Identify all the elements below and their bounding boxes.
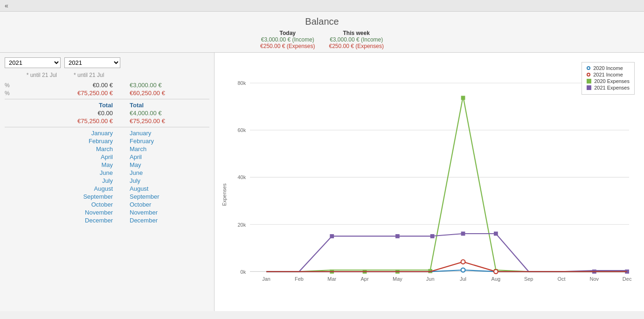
month-left-march[interactable]: March <box>14 146 117 153</box>
sidebar: 202120202019 202120202019 * until 21 Jul… <box>0 53 215 311</box>
month-right-december[interactable]: December <box>126 217 158 224</box>
x-jul: Jul <box>460 276 466 282</box>
x-dec: Dec <box>623 276 632 282</box>
pct-income: % <box>5 82 14 89</box>
x-may: May <box>393 276 402 282</box>
legend-2021-expenses: 2021 Expenses <box>587 85 630 90</box>
month-right-april[interactable]: April <box>126 153 142 160</box>
total-expense-left: €75,250.00 € <box>14 118 117 125</box>
income-left: €0.00 € <box>14 82 117 89</box>
month-row: December December <box>0 216 214 224</box>
month-right-august[interactable]: August <box>126 185 148 192</box>
month-left-december[interactable]: December <box>14 217 117 224</box>
month-row: March March <box>0 145 214 153</box>
total-label-row: Total Total <box>0 101 214 109</box>
line-chart: Expenses 0k 20k 40k 60k 80k Jan Feb Mar <box>219 57 639 306</box>
expense-right: €60,250.00 € <box>126 90 165 97</box>
month-row: August August <box>0 185 214 193</box>
month-row: June June <box>0 169 214 177</box>
topbar: « <box>0 0 644 12</box>
month-left-october[interactable]: October <box>14 201 117 208</box>
month-row: October October <box>0 201 214 208</box>
legend-label-2020-income: 2020 Income <box>593 65 623 71</box>
y-label-60k: 60k <box>237 127 246 133</box>
month-left-september[interactable]: September <box>14 193 117 200</box>
x-jan: Jan <box>262 276 270 282</box>
month-left-june[interactable]: June <box>14 169 117 176</box>
2021-exp-mar-dot <box>330 234 334 238</box>
total-expense-row: €75,250.00 € €75,250.00 € <box>0 117 214 125</box>
x-nov: Nov <box>590 276 599 282</box>
income-right: €3,000.00 € <box>126 82 162 89</box>
year-select-right[interactable]: 202120202019 <box>64 57 120 68</box>
month-left-july[interactable]: July <box>14 177 117 184</box>
month-row: September September <box>0 193 214 201</box>
month-right-september[interactable]: September <box>126 193 159 200</box>
2021-exp-aug-dot <box>494 232 498 236</box>
2021-exp-may-dot <box>395 234 400 238</box>
month-right-may[interactable]: May <box>126 161 141 168</box>
y-label-0k: 0k <box>241 269 246 275</box>
total-income-row: €0.00 €4,000.00 € <box>0 109 214 117</box>
until-note: * until 21 Jul * until 21 Jul <box>0 72 214 81</box>
page-title: Balance <box>0 16 644 27</box>
2020-income-jul-dot <box>461 268 465 272</box>
today-expense: €250.00 € (Expenses) <box>260 43 315 49</box>
x-jun: Jun <box>426 276 435 282</box>
collapse-button[interactable]: « <box>5 2 8 9</box>
total-income-left: €0.00 <box>14 110 117 117</box>
month-row: February February <box>0 137 214 145</box>
month-left-november[interactable]: November <box>14 209 117 216</box>
month-right-october[interactable]: October <box>126 201 151 208</box>
total-income-right: €4,000.00 € <box>126 110 162 117</box>
month-row: November November <box>0 208 214 216</box>
expense-pct-row: % €75,250.00 € €60,250.00 € <box>0 89 214 97</box>
today-stat: Today €3,000.00 € (Income) €250.00 € (Ex… <box>260 30 315 49</box>
month-right-june[interactable]: June <box>126 169 143 176</box>
month-right-february[interactable]: February <box>126 138 154 145</box>
month-row: January January <box>0 129 214 137</box>
total-expense-right: €75,250.00 € <box>126 118 165 125</box>
y-label-80k: 80k <box>237 80 246 86</box>
chart-area: 2020 Income 2021 Income 2020 Expenses 20… <box>215 53 644 311</box>
note-right: * until 21 Jul <box>70 72 104 78</box>
legend-label-2021-expenses: 2021 Expenses <box>594 85 630 90</box>
week-expense: €250.00 € (Expenses) <box>329 43 384 49</box>
month-left-february[interactable]: February <box>14 138 117 145</box>
2021-expenses-line <box>266 234 627 271</box>
month-left-january[interactable]: January <box>14 130 117 137</box>
legend-2021-income: 2021 Income <box>587 72 630 77</box>
x-feb: Feb <box>295 276 304 282</box>
month-right-january[interactable]: January <box>126 130 151 137</box>
2020-expenses-line <box>266 97 627 272</box>
month-row: May May <box>0 161 214 169</box>
legend-2020-expenses: 2020 Expenses <box>587 78 630 84</box>
main-layout: 202120202019 202120202019 * until 21 Jul… <box>0 53 644 311</box>
y-label-40k: 40k <box>237 175 246 180</box>
thisweek-label: This week <box>329 30 384 36</box>
x-apr: Apr <box>361 276 369 282</box>
2021-exp-jul-dot <box>461 232 465 236</box>
year-select-left[interactable]: 202120202019 <box>5 57 61 68</box>
months-list: January January February February March … <box>0 129 214 224</box>
today-income: €3,000.00 € (Income) <box>260 36 315 43</box>
x-oct: Oct <box>557 276 565 282</box>
x-aug: Aug <box>492 276 501 282</box>
header: Balance Today €3,000.00 € (Income) €250.… <box>0 12 644 53</box>
month-row: July July <box>0 177 214 185</box>
today-label: Today <box>260 30 315 36</box>
month-left-august[interactable]: August <box>14 185 117 192</box>
pct-expense: % <box>5 90 14 97</box>
chart-legend: 2020 Income 2021 Income 2020 Expenses 20… <box>582 62 635 95</box>
month-right-march[interactable]: March <box>126 146 146 153</box>
week-income: €3,000.00 € (Income) <box>329 36 384 43</box>
y-label-20k: 20k <box>237 222 246 228</box>
month-left-may[interactable]: May <box>14 161 117 168</box>
legend-2020-income: 2020 Income <box>587 65 630 71</box>
month-right-july[interactable]: July <box>126 177 140 184</box>
month-left-april[interactable]: April <box>14 153 117 160</box>
total-label-left: Total <box>14 102 117 109</box>
y-axis-label: Expenses <box>222 183 227 206</box>
month-right-november[interactable]: November <box>126 209 158 216</box>
legend-label-2021-income: 2021 Income <box>593 72 623 77</box>
